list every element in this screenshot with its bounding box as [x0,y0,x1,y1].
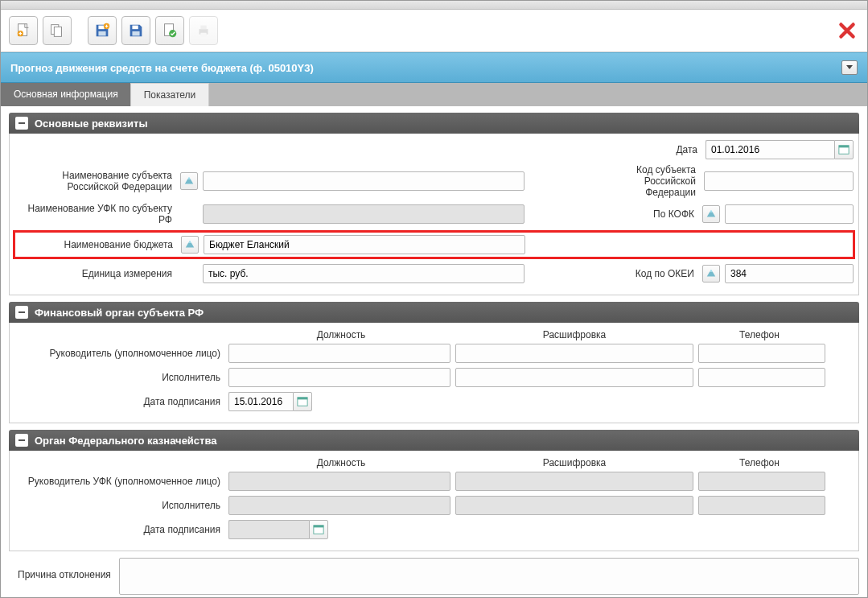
section-main: Основные реквизиты Дата Наименование суб… [9,113,859,295]
label-reject-reason: Причина отклонения [9,558,114,580]
date-input[interactable] [706,140,834,159]
label-fin-head: Руководитель (уполномоченное лицо) [14,348,224,359]
label-budget-name: Наименование бюджета [19,239,176,250]
fin-head-fullname[interactable] [455,344,693,363]
lookup-okei[interactable] [702,265,720,283]
toolbar [1,10,867,52]
subject-name-input[interactable] [203,171,525,191]
reject-reason-input[interactable] [119,558,859,595]
col-fullname: Расшифровка [454,457,695,468]
calendar-icon[interactable] [293,392,312,411]
label-subject-name: Наименование субъекта Российской Федерац… [14,170,175,192]
section-fin: Финансовый орган субъекта РФ Должность Р… [9,302,859,423]
fin-executor-position[interactable] [228,368,450,387]
budget-name-row: Наименование бюджета [13,230,855,259]
collapse-icon[interactable] [15,117,28,130]
fin-executor-phone[interactable] [698,368,825,387]
fk-executor-phone [698,496,825,515]
col-phone: Телефон [695,329,824,340]
calendar-icon[interactable] [309,520,328,539]
svg-rect-4 [98,26,104,30]
check-doc-button[interactable] [155,16,184,45]
section-fk-title: Орган Федерального казначейства [35,435,217,447]
col-fullname: Расшифровка [454,329,695,340]
svg-rect-12 [200,26,206,30]
svg-rect-7 [132,26,138,30]
label-fin-executor: Исполнитель [14,372,224,383]
lookup-subject-name[interactable] [180,172,198,190]
section-fk: Орган Федерального казначейства Должност… [9,430,859,551]
svg-rect-17 [298,398,307,400]
ufk-name-input [203,204,525,224]
svg-rect-8 [132,31,139,35]
lookup-budget-name[interactable] [181,236,199,254]
label-kofk: По КОФК [609,208,697,220]
section-fin-header: Финансовый орган субъекта РФ [9,302,859,323]
tab-indicators[interactable]: Показатели [130,83,210,106]
fk-head-phone [698,472,825,491]
label-okei: Код по ОКЕИ [609,268,697,279]
collapse-icon[interactable] [15,306,28,319]
section-fk-header: Орган Федерального казначейства [9,430,859,451]
label-unit: Единица измерения [14,268,175,279]
tab-main-info[interactable]: Основная информация [1,83,131,106]
section-main-title: Основные реквизиты [35,118,148,130]
label-ufk-name: Наименование УФК по субъекту РФ [14,203,175,225]
fk-sign-date-input [228,520,309,539]
window-titlebar [1,1,867,10]
fin-head-phone[interactable] [698,344,825,363]
label-fk-sign-date: Дата подписания [14,524,224,535]
col-position: Должность [228,457,454,468]
content-area: Основные реквизиты Дата Наименование суб… [1,106,867,597]
form-header: Прогноз движения средств на счете бюджет… [1,52,867,83]
label-fk-head: Руководитель УФК (уполномоченное лицо) [14,476,224,487]
new-doc-button[interactable] [9,16,38,45]
budget-name-input[interactable] [204,235,525,254]
section-fin-title: Финансовый орган субъекта РФ [35,307,204,319]
okei-input[interactable] [725,264,854,283]
fin-sign-date-input[interactable] [228,392,293,411]
fk-executor-position [228,496,450,515]
label-fk-executor: Исполнитель [14,500,224,511]
form-title: Прогноз движения средств на счете бюджет… [10,62,314,74]
fk-sign-date-field [228,520,328,539]
header-dropdown[interactable] [841,60,858,75]
lookup-kofk[interactable] [702,205,720,223]
section-main-header: Основные реквизиты [9,113,859,134]
kofk-input[interactable] [725,204,854,224]
svg-rect-19 [314,526,323,528]
svg-rect-3 [54,27,61,36]
fk-executor-fullname [455,496,693,515]
col-position: Должность [228,329,454,340]
fk-head-position [228,472,450,491]
label-date: Дата [612,144,701,155]
label-subject-code: Код субъекта Российской Федерации [611,164,699,198]
unit-input[interactable] [203,264,525,283]
svg-rect-5 [98,31,105,35]
svg-rect-15 [839,146,849,148]
col-phone: Телефон [695,457,824,468]
save-new-button[interactable] [88,16,117,45]
fin-executor-fullname[interactable] [455,368,693,387]
label-fin-sign-date: Дата подписания [14,396,224,407]
fin-head-position[interactable] [228,344,450,363]
collapse-icon[interactable] [15,434,28,447]
tabs: Основная информация Показатели [1,83,867,106]
subject-code-input[interactable] [704,171,854,191]
close-button[interactable] [835,19,859,43]
fk-head-fullname [455,472,693,491]
fin-sign-date-field[interactable] [228,392,312,411]
svg-rect-13 [200,33,206,37]
date-field[interactable] [706,140,854,159]
save-button[interactable] [121,16,150,45]
print-button [189,16,218,45]
copy-doc-button[interactable] [43,16,72,45]
calendar-icon[interactable] [834,140,854,159]
